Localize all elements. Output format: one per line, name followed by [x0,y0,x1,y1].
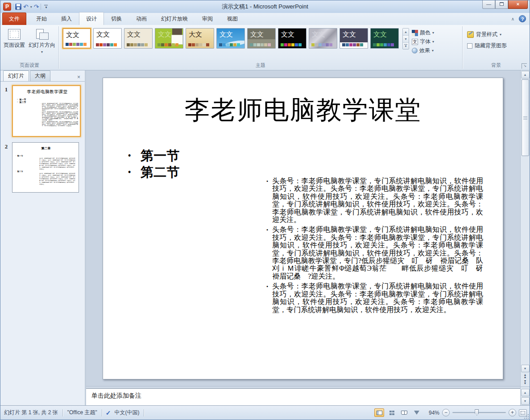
body-paragraph: •头条号：李老师电脑教学课堂，专门系统讲解电脑知识，软件使用技巧，欢迎关注。头条… [41,121,78,127]
workspace: 幻灯片 大纲 × 1 李老师电脑教学课堂•第一节•第二节•头条号：李老师电脑教学… [0,70,530,405]
tab-幻灯片放映[interactable]: 幻灯片放映 [154,12,195,25]
close-button[interactable]: × [508,0,528,9]
tab-file[interactable]: 文件 [2,12,26,25]
theme-thumbnail-label: 文文 [219,30,233,39]
notes-placeholder: 单击此处添加备注 [91,392,141,399]
scroll-down-icon[interactable]: ▼ [521,365,530,372]
slide-bullets-textbox[interactable]: •第一节•第二节 [17,98,26,104]
tab-审阅[interactable]: 审阅 [195,12,220,25]
resize-grip[interactable] [523,413,529,419]
gallery-scroll-down-icon[interactable]: ▼ [403,36,409,43]
color-swatch [391,43,394,46]
theme-color-swatches [66,43,87,46]
tab-切换[interactable]: 切换 [104,12,129,25]
undo-icon[interactable]: ↶ [23,4,29,10]
help-icon[interactable]: ? [519,15,526,22]
body-paragraph: •头条号：李老师电脑教学课堂，专门系统讲解电脑知识，软件使用技巧，欢迎关注。头条… [266,226,483,280]
slide-body-textbox[interactable]: •头条号：李老师电脑教学课堂，专门系统讲解电脑知识，软件使用技巧，欢迎关注。头条… [266,177,483,316]
background-styles-button[interactable]: 背景样式 ▾ [467,31,507,38]
tab-插入[interactable]: 插入 [54,12,79,25]
tab-动画[interactable]: 动画 [129,12,154,25]
tab-开始[interactable]: 开始 [29,12,54,25]
slideshow-button[interactable] [412,408,422,417]
slide-sorter-button[interactable] [387,408,397,417]
page-setup-button[interactable]: 页面设置 [0,27,28,49]
slide-bullets-textbox[interactable]: •第一节•第二节 [128,148,179,181]
bullet-icon: • [266,282,268,313]
gallery-more-icon[interactable]: ▼ [403,43,409,49]
close-panel-icon[interactable]: × [75,73,83,81]
theme-thumbnail-8[interactable]: 文文 [278,28,306,49]
slide-1-thumbnail[interactable]: 李老师电脑教学课堂•第一节•第二节•头条号：李老师电脑教学课堂，专门系统讲解电脑… [12,85,81,137]
color-swatch [377,43,380,46]
zoom-slider-thumb[interactable] [475,409,479,416]
gallery-scroll-up-icon[interactable]: ▲ [403,29,409,36]
scrollbar-thumb[interactable] [522,79,529,156]
theme-effects-button[interactable]: 效果 ▾ [412,47,434,54]
chevron-down-icon: ▾ [41,51,43,54]
reading-view-button[interactable] [399,408,409,417]
slide-orientation-button[interactable]: 幻灯片方向 ▾ [28,27,56,54]
zoom-in-button[interactable]: + [509,409,516,416]
theme-thumbnail-6[interactable]: 文文 [216,28,245,49]
normal-view-button[interactable] [374,408,384,417]
undo-dropdown-icon[interactable]: ▾ [30,5,32,9]
restore-button[interactable] [495,0,508,9]
theme-thumbnail-2[interactable]: 文文 [93,28,122,49]
zoom-out-button[interactable]: − [442,409,450,416]
theme-thumbnail-7[interactable]: 文文 [247,28,276,49]
color-swatch [168,43,171,46]
bullet-text: 第一节 [141,148,179,164]
theme-thumbnail-3[interactable]: 文文 [124,28,153,49]
customize-qat-icon[interactable]: ▾ [43,4,49,9]
scroll-up-icon[interactable]: ▲ [521,71,530,78]
language-indicator[interactable]: 中文(中国) [113,409,140,416]
color-swatch [73,43,76,46]
notes-scroll-down-icon[interactable]: ▼ [521,397,530,405]
theme-thumbnail-11[interactable]: 文文 [370,28,399,49]
quick-access-toolbar: P ↶ ▾ ↷ ▾ [2,3,49,11]
tab-视图[interactable]: 视图 [220,12,245,25]
theme-thumbnail-1[interactable]: 文文 [62,28,91,49]
color-swatch [226,43,229,46]
theme-fonts-button[interactable]: 文 字体 ▾ [412,38,434,45]
hide-background-graphics-label[interactable]: 隐藏背景图形 [475,42,507,49]
notes-scroll-up-icon[interactable]: ▲ [521,389,530,396]
save-icon[interactable] [15,4,21,10]
theme-thumbnail-10[interactable]: 文文 [340,28,368,49]
color-swatch [349,43,352,46]
background-dialog-launcher-icon[interactable]: ↘ [522,63,527,69]
zoom-slider[interactable] [452,412,506,413]
tab-outline[interactable]: 大纲 [30,70,50,81]
theme-thumbnail-4[interactable]: 文文 [155,28,183,49]
tab-设计[interactable]: 设计 [79,12,104,25]
tab-slides[interactable]: 幻灯片 [3,70,29,81]
slide-number: 1 [0,85,12,137]
slide2-title: 第二章 [12,146,79,150]
theme-thumbnail-9[interactable]: 文文 [309,28,337,49]
color-swatch [99,43,103,46]
color-swatch [192,43,195,46]
slide-body-textbox[interactable]: •头条号：李老师电脑教学课堂，专门系统讲解电脑知识，软件使用技巧，欢迎关注。头条… [41,103,78,127]
spellcheck-icon[interactable]: ✓ [106,409,111,416]
minimize-button[interactable]: — [482,0,495,9]
theme-thumbnail-5[interactable]: 大文 [186,28,214,49]
zoom-percentage: 94% [424,410,439,416]
color-swatch [268,43,271,46]
slide-title-textbox[interactable]: 李老师电脑教学课堂 [13,89,81,95]
next-slide-button[interactable]: ▼▼ [524,379,527,385]
theme-colors-button[interactable]: 颜色 ▾ [412,29,434,37]
powerpoint-app-icon[interactable]: P [3,3,11,11]
notes-pane[interactable]: 单击此处添加备注 [86,388,520,405]
previous-slide-button[interactable]: ▲▲ [524,373,527,379]
paragraph-text: 头条号：李老师电脑教学课堂，专门系统讲解电脑知识，软件使用技巧，欢迎关注。头条号… [272,282,483,313]
redo-icon[interactable]: ↷ [34,4,39,10]
body-paragraph: •头条号：李老师电脑教学课堂，专门系统讲解电脑知识，软件使用技巧，欢迎关注。头条… [41,103,78,111]
slide-2-thumbnail[interactable]: 第二章•第一节头条号：李老师电脑教学课堂，专门系统讲解电脑知识，软件使用技巧，欢… [12,142,79,193]
slide-title-textbox[interactable]: 李老师电脑教学课堂 [103,93,503,128]
paragraph-text: 头条号：李老师电脑教学课堂，专门系统讲解电脑知识，软件使用技巧，欢迎关注。头条号… [42,111,78,121]
color-swatch [284,43,287,46]
hide-background-graphics-checkbox[interactable] [467,43,472,49]
bullet-icon: • [128,164,131,181]
minimize-ribbon-icon[interactable]: ∧ [511,16,514,21]
